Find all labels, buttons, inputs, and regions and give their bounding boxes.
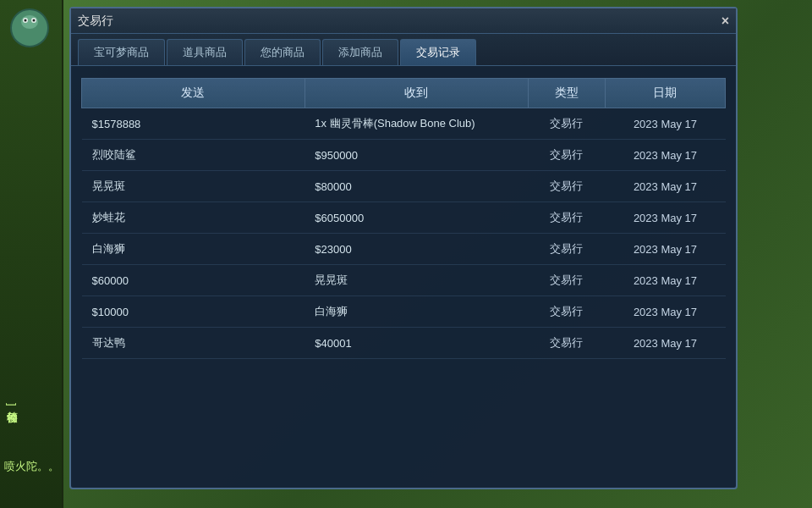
- dialog-tabs: 宝可梦商品 道具商品 您的商品 添加商品 交易记录: [71, 34, 736, 66]
- cell-receive-2: $80000: [304, 171, 528, 202]
- table-row: $10000白海狮交易行2023 May 17: [82, 296, 726, 328]
- cell-receive-0: 1x 幽灵骨棒(Shadow Bone Club): [304, 108, 528, 140]
- col-header-receive: 收到: [304, 79, 528, 108]
- cell-date-5: 2023 May 17: [605, 265, 725, 296]
- cell-type-6: 交易行: [528, 296, 605, 328]
- cell-date-3: 2023 May 17: [605, 202, 725, 234]
- side-panel: 何勃棱鲁] 喷火陀。。: [0, 0, 63, 508]
- tab-tool-items[interactable]: 道具商品: [167, 39, 243, 65]
- tab-your-items[interactable]: 您的商品: [244, 39, 321, 65]
- cell-receive-1: $950000: [304, 140, 528, 171]
- cell-date-4: 2023 May 17: [605, 234, 725, 265]
- cell-send-4: 白海狮: [82, 234, 305, 265]
- table-body: $15788881x 幽灵骨棒(Shadow Bone Club)交易行2023…: [82, 108, 726, 359]
- cell-date-0: 2023 May 17: [605, 108, 725, 140]
- cell-type-7: 交易行: [528, 328, 605, 359]
- side-text-1: 何勃棱鲁]: [4, 403, 19, 406]
- cell-receive-4: $23000: [304, 234, 528, 265]
- svg-point-5: [33, 19, 36, 22]
- cell-receive-7: $40001: [304, 328, 528, 359]
- cell-date-7: 2023 May 17: [605, 328, 725, 359]
- tab-add-items[interactable]: 添加商品: [322, 39, 398, 65]
- table-row: 烈咬陆鲨$950000交易行2023 May 17: [82, 140, 726, 171]
- table-row: 哥达鸭$40001交易行2023 May 17: [82, 328, 726, 359]
- cell-type-4: 交易行: [528, 234, 605, 265]
- cell-date-6: 2023 May 17: [605, 296, 725, 328]
- trade-dialog: 交易行 × 宝可梦商品 道具商品 您的商品 添加商品 交易记录 发送 收到 类型…: [69, 7, 738, 489]
- dialog-title: 交易行: [78, 14, 113, 29]
- cell-type-2: 交易行: [528, 171, 605, 202]
- tab-pokemon-items[interactable]: 宝可梦商品: [78, 39, 165, 65]
- cell-send-2: 晃晃斑: [82, 171, 305, 202]
- cell-type-5: 交易行: [528, 265, 605, 296]
- table-row: $15788881x 幽灵骨棒(Shadow Bone Club)交易行2023…: [82, 108, 726, 140]
- cell-send-5: $60000: [82, 265, 305, 296]
- table-row: 白海狮$23000交易行2023 May 17: [82, 234, 726, 265]
- cell-send-0: $1578888: [82, 108, 305, 140]
- pokemon-icon: [8, 7, 51, 49]
- table-row: $60000晃晃斑交易行2023 May 17: [82, 265, 726, 296]
- cell-send-7: 哥达鸭: [82, 328, 305, 359]
- table-row: 妙蛙花$6050000交易行2023 May 17: [82, 202, 726, 234]
- cell-send-3: 妙蛙花: [82, 202, 305, 234]
- cell-type-0: 交易行: [528, 108, 605, 140]
- dialog-titlebar: 交易行 ×: [71, 8, 736, 34]
- cell-type-3: 交易行: [528, 202, 605, 234]
- cell-date-1: 2023 May 17: [605, 140, 725, 171]
- cell-send-1: 烈咬陆鲨: [82, 140, 305, 171]
- cell-receive-6: 白海狮: [304, 296, 528, 328]
- col-header-date: 日期: [605, 79, 725, 108]
- trade-history-table: 发送 收到 类型 日期 $15788881x 幽灵骨棒(Shadow Bone …: [81, 78, 726, 359]
- cell-receive-3: $6050000: [304, 202, 528, 234]
- cell-date-2: 2023 May 17: [605, 171, 725, 202]
- cell-send-6: $10000: [82, 296, 305, 328]
- cell-receive-5: 晃晃斑: [304, 265, 528, 296]
- dialog-content: 发送 收到 类型 日期 $15788881x 幽灵骨棒(Shadow Bone …: [71, 66, 736, 371]
- tab-trade-history[interactable]: 交易记录: [400, 39, 476, 65]
- cell-type-1: 交易行: [528, 140, 605, 171]
- side-text-2: 喷火陀。。: [4, 459, 59, 474]
- table-header-row: 发送 收到 类型 日期: [82, 79, 726, 108]
- col-header-send: 发送: [82, 79, 305, 108]
- table-row: 晃晃斑$80000交易行2023 May 17: [82, 171, 726, 202]
- close-button[interactable]: ×: [721, 14, 729, 29]
- col-header-type: 类型: [528, 79, 605, 108]
- svg-point-4: [25, 19, 27, 22]
